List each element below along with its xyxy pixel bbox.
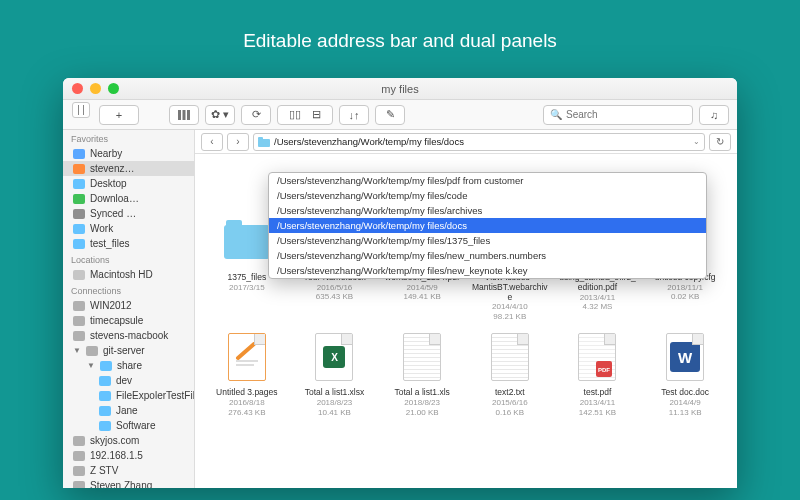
file-item[interactable]: PDFtest.pdf2013/4/11142.51 KB xyxy=(556,329,640,417)
sidebar-item[interactable]: test_files xyxy=(63,236,194,251)
file-date: 2013/4/11 xyxy=(580,293,616,303)
sidebar-item[interactable]: 192.168.1.5 xyxy=(63,448,194,463)
sidebar-item-icon xyxy=(73,301,85,311)
sidebar-item[interactable]: FileExpolerTestFiles xyxy=(63,388,194,403)
sidebar-item[interactable]: ▼share xyxy=(63,358,194,373)
disclosure-icon[interactable]: ▼ xyxy=(73,346,81,355)
toggle-sidebar-button[interactable] xyxy=(72,102,90,118)
sidebar-item-icon xyxy=(99,421,111,431)
sidebar-item-icon xyxy=(73,179,85,189)
zoom-icon[interactable] xyxy=(108,83,119,94)
columns-view-button[interactable] xyxy=(169,105,199,125)
pages-icon xyxy=(228,333,266,381)
file-date: 2013/4/11 xyxy=(580,398,616,408)
file-item[interactable]: WTest doc.doc2014/4/911.13 KB xyxy=(643,329,727,417)
file-date: 2016/8/18 xyxy=(229,398,265,408)
sidebar-item[interactable]: Jane xyxy=(63,403,194,418)
sidebar-item-label: Downloa… xyxy=(90,193,139,204)
sidebar-item-icon xyxy=(73,331,85,341)
sidebar-item[interactable]: stevenz… xyxy=(63,161,194,176)
sidebar-item-label: Synced … xyxy=(90,208,136,219)
sidebar-item-label: Work xyxy=(90,223,113,234)
xlsx-icon: X xyxy=(315,333,353,381)
file-size: 149.41 KB xyxy=(403,292,440,302)
sidebar-item-icon xyxy=(100,361,112,371)
dropdown-item[interactable]: /Users/stevenzhang/Work/temp/my files/13… xyxy=(269,233,706,248)
settings-button[interactable]: ✿ ▾ xyxy=(205,105,235,125)
sidebar-item[interactable]: stevens-macbook xyxy=(63,328,194,343)
file-date: 2015/6/16 xyxy=(492,398,528,408)
file-date: 2014/5/9 xyxy=(407,283,438,293)
edit-button[interactable]: ✎ xyxy=(375,105,405,125)
file-size: 142.51 KB xyxy=(579,408,616,418)
minimize-icon[interactable] xyxy=(90,83,101,94)
sidebar-item-label: Software xyxy=(116,420,155,431)
app-window: my files + ✿ ▾ ⟳ ▯▯ ⊟ ↓↑ ✎ 🔍 ♫ Favorites… xyxy=(63,78,737,488)
sidebar-item[interactable]: Nearby xyxy=(63,146,194,161)
content-pane: ‹ › ⌄ ↻ /Users/stevenzhang/Work/temp/my … xyxy=(195,130,737,488)
reload-button[interactable]: ↻ xyxy=(709,133,731,151)
sidebar-item[interactable]: Z STV xyxy=(63,463,194,478)
sidebar-item[interactable]: Work xyxy=(63,221,194,236)
sidebar-item-icon xyxy=(73,239,85,249)
file-item[interactable]: Untitled 3.pages2016/8/18276.43 KB xyxy=(205,329,289,417)
sidebar-item[interactable]: Steven Zhang xyxy=(63,478,194,488)
forward-button[interactable]: › xyxy=(227,133,249,151)
search-field[interactable]: 🔍 xyxy=(543,105,693,125)
sync-button[interactable]: ⟳ xyxy=(241,105,271,125)
folder-icon xyxy=(258,137,270,147)
search-input[interactable] xyxy=(566,109,686,120)
disclosure-icon[interactable]: ▼ xyxy=(87,361,95,370)
sidebar: FavoritesNearbystevenz…DesktopDownloa…Sy… xyxy=(63,130,195,488)
sidebar-item-icon xyxy=(73,194,85,204)
dropdown-item[interactable]: /Users/stevenzhang/Work/temp/my files/ne… xyxy=(269,263,706,278)
sidebar-item[interactable]: skyjos.com xyxy=(63,433,194,448)
titlebar: my files xyxy=(63,78,737,100)
sidebar-item[interactable]: Desktop xyxy=(63,176,194,191)
sidebar-item-icon xyxy=(73,451,85,461)
sidebar-item-icon xyxy=(99,376,111,386)
file-item[interactable]: XTotal a list1.xlsx2018/8/2310.41 KB xyxy=(293,329,377,417)
dropdown-toggle-icon[interactable]: ⌄ xyxy=(693,137,700,146)
dropdown-item[interactable]: /Users/stevenzhang/Work/temp/my files/do… xyxy=(269,218,706,233)
search-icon: 🔍 xyxy=(550,109,562,120)
file-item[interactable]: text2.txt2015/6/160.16 KB xyxy=(468,329,552,417)
address-bar[interactable]: ⌄ xyxy=(253,133,705,151)
sort-button[interactable]: ↓↑ xyxy=(339,105,369,125)
svg-rect-4 xyxy=(258,137,263,140)
sidebar-item[interactable]: Downloa… xyxy=(63,191,194,206)
sidebar-heading: Locations xyxy=(63,251,194,267)
close-icon[interactable] xyxy=(72,83,83,94)
file-size: 635.43 KB xyxy=(316,292,353,302)
sidebar-item-icon xyxy=(73,436,85,446)
sidebar-item-icon xyxy=(73,481,85,489)
file-name: Total a list1.xls xyxy=(395,388,450,398)
svg-text:PDF: PDF xyxy=(598,367,610,373)
address-input[interactable] xyxy=(274,136,689,147)
sidebar-item[interactable]: Software xyxy=(63,418,194,433)
sidebar-item-icon xyxy=(73,316,85,326)
doc-icon: W xyxy=(666,333,704,381)
music-button[interactable]: ♫ xyxy=(699,105,729,125)
panel-split-buttons[interactable]: ▯▯ ⊟ xyxy=(277,105,333,125)
sidebar-heading: Favorites xyxy=(63,130,194,146)
dropdown-item[interactable]: /Users/stevenzhang/Work/temp/my files/ar… xyxy=(269,203,706,218)
sidebar-item[interactable]: timecapsule xyxy=(63,313,194,328)
sidebar-item[interactable]: ▼git-server xyxy=(63,343,194,358)
svg-rect-3 xyxy=(258,139,270,147)
file-item[interactable]: Total a list1.xls2018/8/2321.00 KB xyxy=(380,329,464,417)
sidebar-item-label: FileExpolerTestFiles xyxy=(116,390,194,401)
toolbar: + ✿ ▾ ⟳ ▯▯ ⊟ ↓↑ ✎ 🔍 ♫ xyxy=(63,100,737,130)
back-button[interactable]: ‹ xyxy=(201,133,223,151)
sidebar-item[interactable]: Synced … xyxy=(63,206,194,221)
sidebar-item[interactable]: WIN2012 xyxy=(63,298,194,313)
dropdown-item[interactable]: /Users/stevenzhang/Work/temp/my files/ne… xyxy=(269,248,706,263)
add-button[interactable]: + xyxy=(99,105,139,125)
sidebar-item[interactable]: dev xyxy=(63,373,194,388)
sidebar-item-icon xyxy=(99,406,111,416)
sidebar-item-icon xyxy=(86,346,98,356)
file-size: 11.13 KB xyxy=(669,408,702,418)
dropdown-item[interactable]: /Users/stevenzhang/Work/temp/my files/pd… xyxy=(269,173,706,188)
sidebar-item[interactable]: Macintosh HD xyxy=(63,267,194,282)
dropdown-item[interactable]: /Users/stevenzhang/Work/temp/my files/co… xyxy=(269,188,706,203)
